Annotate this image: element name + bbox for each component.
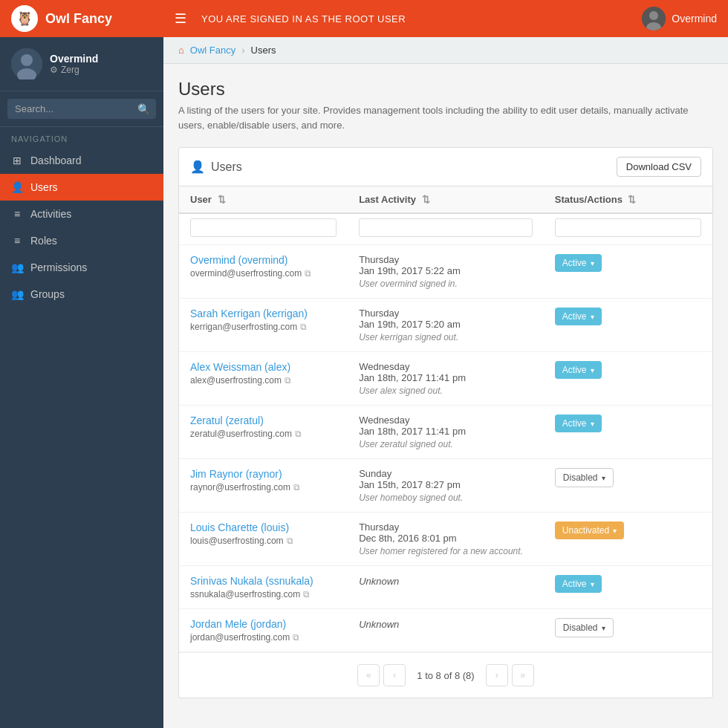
table-row: Srinivas Nukala (ssnukala) ssnukala@user… [179, 566, 712, 609]
table-row: Zeratul (zeratul) zeratul@userfrosting.c… [179, 406, 712, 459]
status-filter-input[interactable] [555, 218, 701, 237]
user-email: raynor@userfrosting.com ⧉ [190, 482, 337, 493]
status-button[interactable]: Active ▾ [555, 361, 602, 379]
pagination-info: 1 to 8 of 8 (8) [417, 670, 474, 681]
sidebar-item-groups[interactable]: 👥Groups [0, 281, 163, 308]
user-link[interactable]: Jordan Mele (jordan) [190, 618, 286, 630]
user-email: ssnukala@userfrosting.com ⧉ [190, 589, 337, 599]
status-button[interactable]: Active ▾ [555, 308, 602, 325]
page-title: Users [178, 79, 713, 100]
copy-email-icon[interactable]: ⧉ [305, 268, 311, 279]
user-email: zeratul@userfrosting.com ⧉ [190, 429, 337, 439]
sidebar-item-label: Groups [30, 288, 65, 300]
activity-cell: Wednesday Jan 18th, 2017 11:41 pm User z… [348, 406, 544, 459]
status-cell: Active ▾ [544, 299, 712, 352]
table-row: Louis Charette (louis) louis@userfrostin… [179, 513, 712, 566]
search-icon: 🔍 [137, 103, 150, 115]
brand-icon: 🦉 [11, 5, 38, 32]
user-link[interactable]: Alex Weissman (alex) [190, 361, 290, 373]
user-filter-input[interactable] [190, 218, 337, 237]
user-link[interactable]: Sarah Kerrigan (kerrigan) [190, 308, 308, 319]
activity-cell: Wednesday Jan 18th, 2017 11:41 pm User a… [348, 352, 544, 406]
activities-icon: ≡ [11, 208, 23, 220]
activity-date: Unknown [359, 576, 399, 587]
status-cell: Active ▾ [544, 566, 712, 609]
brand-name: Owl Fancy [45, 11, 112, 27]
user-cell: Sarah Kerrigan (kerrigan) kerrigan@userf… [179, 299, 348, 352]
copy-email-icon[interactable]: ⧉ [300, 322, 307, 332]
sidebar-username: Overmind [50, 53, 98, 65]
status-button[interactable]: Disabled ▾ [555, 618, 614, 637]
status-button[interactable]: Disabled ▾ [555, 468, 614, 487]
activity-filter-input[interactable] [359, 218, 533, 237]
first-page-button[interactable]: « [357, 664, 380, 686]
user-link[interactable]: Zeratul (zeratul) [190, 415, 264, 426]
activity-day: Wednesday [359, 361, 533, 372]
activity-cell: Thursday Jan 19th, 2017 5:22 am User ove… [348, 245, 544, 299]
user-email: overmind@userfrosting.com ⧉ [190, 268, 337, 279]
prev-page-button[interactable]: ‹ [383, 664, 406, 686]
pagination: « ‹ 1 to 8 of 8 (8) › » [179, 652, 712, 698]
copy-email-icon[interactable]: ⧉ [295, 429, 302, 439]
sidebar-item-label: Users [30, 181, 58, 193]
copy-email-icon[interactable]: ⧉ [285, 375, 291, 386]
sidebar-item-activities[interactable]: ≡Activities [0, 201, 163, 227]
search-input[interactable] [7, 99, 156, 119]
user-link[interactable]: Srinivas Nukala (ssnukala) [190, 575, 313, 587]
hamburger-icon[interactable]: ☰ [175, 10, 186, 27]
sidebar-user-info: Overmind ⚙ Zerg [50, 53, 98, 75]
col-header-user[interactable]: User ⇅ [179, 186, 348, 213]
next-page-button[interactable]: › [486, 664, 508, 686]
breadcrumb: ⌂ Owl Fancy › Users [163, 37, 728, 64]
copy-email-icon[interactable]: ⧉ [293, 482, 300, 493]
activity-cell: Unknown [348, 566, 544, 609]
sidebar-item-permissions[interactable]: 👥Permissions [0, 254, 163, 281]
status-button[interactable]: Unactivated ▾ [555, 521, 624, 539]
copy-email-icon[interactable]: ⧉ [287, 536, 293, 546]
status-caret: ▾ [613, 527, 617, 535]
sort-icon: ⇅ [218, 194, 226, 205]
top-user-info[interactable]: Overmind [642, 7, 717, 30]
sidebar-avatar [11, 48, 42, 79]
sidebar-item-dashboard[interactable]: ⊞Dashboard [0, 147, 163, 174]
panel-heading: 👤 Users Download CSV [179, 148, 712, 186]
activity-date: Jan 18th, 2017 11:41 pm [359, 426, 533, 437]
sort-icon: ⇅ [628, 194, 636, 205]
status-cell: Disabled ▾ [544, 609, 712, 652]
user-cell: Louis Charette (louis) louis@userfrostin… [179, 513, 348, 566]
status-caret: ▾ [602, 474, 605, 482]
breadcrumb-separator: › [241, 45, 244, 56]
col-header-last-activity[interactable]: Last Activity ⇅ [348, 186, 544, 213]
user-link[interactable]: Overmind (overmind) [190, 254, 287, 266]
user-link[interactable]: Louis Charette (louis) [190, 521, 289, 533]
copy-email-icon[interactable]: ⧉ [303, 589, 310, 599]
status-button[interactable]: Active ▾ [555, 254, 602, 272]
users-table: User ⇅Last Activity ⇅Status/Actions ⇅ Ov… [179, 186, 712, 652]
col-header-status-actions[interactable]: Status/Actions ⇅ [544, 186, 712, 213]
status-cell: Unactivated ▾ [544, 513, 712, 566]
table-row: Overmind (overmind) overmind@userfrostin… [179, 245, 712, 299]
table-body: Overmind (overmind) overmind@userfrostin… [179, 213, 712, 652]
breadcrumb-home[interactable]: Owl Fancy [190, 45, 235, 56]
users-icon: 👤 [11, 181, 23, 193]
activity-day: Thursday [359, 254, 533, 265]
download-csv-button[interactable]: Download CSV [617, 157, 701, 177]
user-email: louis@userfrosting.com ⧉ [190, 536, 337, 546]
last-page-button[interactable]: » [512, 664, 534, 686]
user-cell: Zeratul (zeratul) zeratul@userfrosting.c… [179, 406, 348, 459]
user-cell: Jim Raynor (raynor) raynor@userfrosting.… [179, 459, 348, 513]
status-button[interactable]: Active ▾ [555, 415, 602, 432]
sidebar-item-users[interactable]: 👤Users [0, 174, 163, 201]
nav-section-label: NAVIGATION [0, 127, 163, 147]
activity-day: Wednesday [359, 415, 533, 426]
user-link[interactable]: Jim Raynor (raynor) [190, 468, 282, 480]
sidebar-nav: ⊞Dashboard👤Users≡Activities≡Roles👥Permis… [0, 147, 163, 308]
sidebar-item-label: Roles [30, 235, 57, 247]
sidebar-item-roles[interactable]: ≡Roles [0, 227, 163, 254]
copy-email-icon[interactable]: ⧉ [293, 632, 299, 643]
panel-title: 👤 Users [190, 160, 242, 174]
status-button[interactable]: Active ▾ [555, 575, 602, 593]
sidebar: Overmind ⚙ Zerg 🔍 NAVIGATION ⊞Dashboard👤… [0, 37, 163, 728]
status-cell: Disabled ▾ [544, 459, 712, 513]
users-table-container: User ⇅Last Activity ⇅Status/Actions ⇅ Ov… [179, 186, 712, 652]
